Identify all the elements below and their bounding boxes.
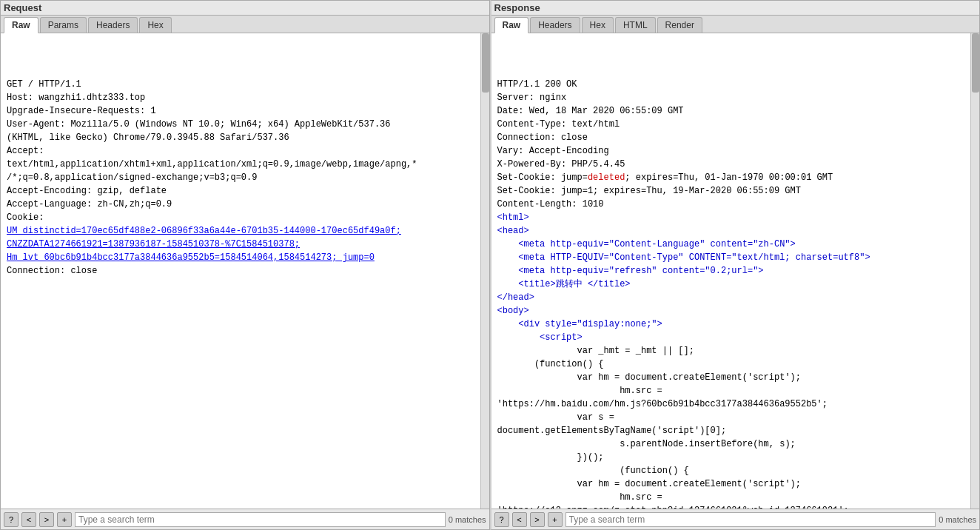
request-panel-body: GET / HTTP/1.1Host: wangzhi1.dhtz333.top… bbox=[1, 33, 489, 509]
response-clear-button[interactable]: + bbox=[548, 512, 563, 527]
response-panel-header: Response bbox=[491, 1, 980, 16]
tab-raw-response[interactable]: Raw bbox=[494, 17, 529, 33]
tab-params-request[interactable]: Params bbox=[40, 17, 87, 33]
response-prev-button[interactable]: < bbox=[512, 512, 527, 527]
request-prev-button[interactable]: < bbox=[21, 512, 36, 527]
request-tab-bar: Raw Params Headers Hex bbox=[1, 16, 489, 33]
request-content: GET / HTTP/1.1Host: wangzhi1.dhtz333.top… bbox=[1, 33, 480, 509]
request-next-button[interactable]: > bbox=[39, 512, 54, 527]
response-scrollbar-thumb[interactable] bbox=[972, 33, 979, 93]
tab-raw-request[interactable]: Raw bbox=[4, 17, 38, 33]
request-panel-header: Request bbox=[1, 1, 489, 16]
tab-headers-response[interactable]: Headers bbox=[530, 17, 580, 33]
response-help-button[interactable]: ? bbox=[494, 512, 509, 527]
request-panel: Request Raw Params Headers Hex GET / HTT… bbox=[0, 0, 490, 530]
request-search-bar: ? < > + 0 matches bbox=[1, 509, 489, 529]
response-search-bar: ? < > + 0 matches bbox=[491, 509, 980, 529]
response-next-button[interactable]: > bbox=[530, 512, 545, 527]
response-tab-bar: Raw Headers Hex HTML Render bbox=[491, 16, 980, 33]
response-content: HTTP/1.1 200 OKServer: nginxDate: Wed, 1… bbox=[491, 33, 971, 509]
response-matches-label: 0 matches bbox=[939, 515, 976, 524]
tab-render-response[interactable]: Render bbox=[657, 17, 702, 33]
request-clear-button[interactable]: + bbox=[57, 512, 72, 527]
response-scrollbar[interactable] bbox=[970, 33, 979, 509]
response-search-input[interactable] bbox=[565, 512, 936, 527]
tab-html-response[interactable]: HTML bbox=[615, 17, 656, 33]
tab-headers-request[interactable]: Headers bbox=[88, 17, 138, 33]
request-scrollbar[interactable] bbox=[480, 33, 489, 509]
tab-hex-response[interactable]: Hex bbox=[582, 17, 614, 33]
response-panel-body: HTTP/1.1 200 OKServer: nginxDate: Wed, 1… bbox=[491, 33, 980, 509]
response-panel: Response Raw Headers Hex HTML Render HTT… bbox=[490, 0, 981, 530]
request-matches-label: 0 matches bbox=[449, 515, 486, 524]
request-search-input[interactable] bbox=[75, 512, 446, 527]
tab-hex-request[interactable]: Hex bbox=[139, 17, 171, 33]
request-help-button[interactable]: ? bbox=[4, 512, 19, 527]
request-scrollbar-thumb[interactable] bbox=[482, 33, 489, 93]
